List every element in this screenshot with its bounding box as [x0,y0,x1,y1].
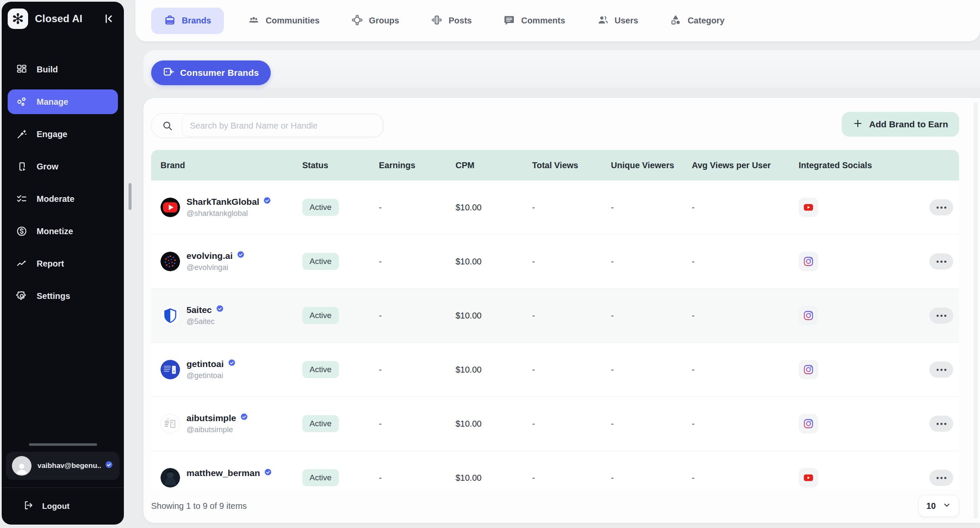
avg-views-value: - [692,365,792,375]
unique-viewers-value: - [611,311,692,321]
unique-viewers-value: - [611,257,692,267]
avg-views-value: - [692,311,792,321]
youtube-icon[interactable] [799,468,818,488]
brand-name: 5aitec [186,304,212,316]
tab-users[interactable]: Users [594,14,641,28]
brand-avatar [160,360,180,379]
app-logo-icon: ✻ [8,9,28,29]
brand-name: aibutsimple [186,413,236,424]
youtube-icon[interactable] [799,198,818,217]
status-badge: Active [302,469,339,486]
cpm-value: $10.00 [456,257,532,267]
trend-icon [15,258,28,269]
brand-name: evolving.ai [186,250,233,261]
earnings-value: - [379,257,456,267]
row-actions-button[interactable] [929,253,953,270]
table-header-row: Brand Status Earnings CPM Total Views Un… [151,150,959,181]
post-device-icon [431,14,443,27]
status-badge: Active [302,415,339,432]
sidebar-drag-handle[interactable] [29,443,97,446]
table-body: SharkTankGlobal @sharktankglobal Active … [151,181,959,490]
tab-posts[interactable]: Posts [428,14,474,28]
sidebar-item-moderate[interactable]: Moderate [8,187,118,211]
brand-handle: @getintoai [186,371,236,381]
tab-category[interactable]: Category [667,14,727,28]
table-row[interactable]: aibutsimple @aibutsimple Active - $10.00… [151,397,959,451]
tab-comments[interactable]: Comments [501,14,567,28]
integrated-socials [792,468,890,488]
top-nav: Brands Communities Groups Posts Comments… [135,0,980,41]
row-actions-button[interactable] [929,470,953,486]
col-header-integrated-socials: Integrated Socials [792,161,890,170]
cpm-value: $10.00 [456,203,532,212]
sidebar-scrollbar-thumb[interactable] [129,183,132,210]
magic-wand-icon [15,129,28,140]
sidebar-item-grow[interactable]: Grow [8,154,118,179]
verified-badge-icon [227,359,236,370]
instagram-icon[interactable] [799,306,818,325]
search-input[interactable] [182,121,382,131]
tab-groups[interactable]: Groups [349,14,402,28]
cpm-value: $10.00 [456,311,532,321]
unique-viewers-value: - [611,419,692,429]
sidebar-header: ✻ Closed AI [2,2,124,35]
comment-bubble-icon [503,14,515,27]
gear-icon [15,290,28,301]
brand-avatar [160,414,180,433]
row-actions-button[interactable] [929,199,953,215]
user-avatar [12,456,32,476]
tab-communities[interactable]: Communities [245,14,322,28]
sidebar-item-report[interactable]: Report [8,251,118,276]
sidebar-item-engage[interactable]: Engage [8,122,118,146]
integrated-socials [792,306,890,325]
col-header-cpm: CPM [456,161,532,170]
sidebar-menu: Build Manage Engage Grow Moderate [2,57,124,443]
avg-views-value: - [692,203,792,212]
sidebar-item-monetize[interactable]: Monetize [8,219,118,244]
sidebar-collapse-icon[interactable] [102,11,116,26]
page-size-select[interactable]: 10 [918,495,959,517]
verified-badge-icon [215,304,224,316]
cpm-value: $10.00 [456,419,532,429]
consumer-brands-button[interactable]: Consumer Brands [151,60,271,85]
logout-button[interactable]: Logout [2,488,124,525]
row-actions-button[interactable] [929,307,953,324]
panel-scrollbar-track[interactable] [974,102,978,519]
instagram-icon[interactable] [799,360,818,379]
sidebar-item-manage[interactable]: Manage [8,89,118,114]
total-views-value: - [532,311,611,321]
col-header-status: Status [302,161,379,170]
brand-handle: @sharktankglobal [186,209,272,218]
status-badge: Active [302,307,339,324]
table-row[interactable]: getintoai @getintoai Active - $10.00 - -… [151,343,959,397]
verified-badge-icon [264,468,272,479]
unique-viewers-value: - [611,203,692,212]
row-actions-button[interactable] [929,362,953,378]
row-actions-button[interactable] [929,416,953,432]
avg-views-value: - [692,419,792,429]
table-row[interactable]: evolving.ai @evolvingai Active - $10.00 … [151,235,959,289]
brand-handle: @5aitec [186,317,224,327]
total-views-value: - [532,257,611,267]
sidebar: ✻ Closed AI Build Manage Engage [2,2,124,525]
integrated-socials [792,198,890,217]
col-header-avg-views: Avg Views per User [692,161,792,170]
tab-brands[interactable]: Brands [151,8,224,34]
total-views-value: - [532,473,611,483]
status-badge: Active [302,361,339,378]
sidebar-item-settings[interactable]: Settings [8,284,118,308]
nodes-icon [15,96,28,107]
earnings-value: - [379,473,456,483]
table-row[interactable]: 5aitec @5aitec Active - $10.00 - - - [151,289,959,343]
table-row[interactable]: SharkTankGlobal @sharktankglobal Active … [151,181,959,235]
instagram-icon[interactable] [799,414,818,433]
instagram-icon[interactable] [799,252,818,271]
table-footer: Showing 1 to 9 of 9 items 10 [151,489,959,523]
search-icon [152,120,182,132]
filter-strip: Consumer Brands [143,50,980,88]
table-row[interactable]: matthew_berman Active - $10.00 - - - [151,451,959,490]
sidebar-item-build[interactable]: Build [8,57,118,82]
user-account-button[interactable]: vaibhav@begenu... [6,452,120,480]
cpm-value: $10.00 [456,473,532,483]
add-brand-button[interactable]: Add Brand to Earn [842,112,959,137]
